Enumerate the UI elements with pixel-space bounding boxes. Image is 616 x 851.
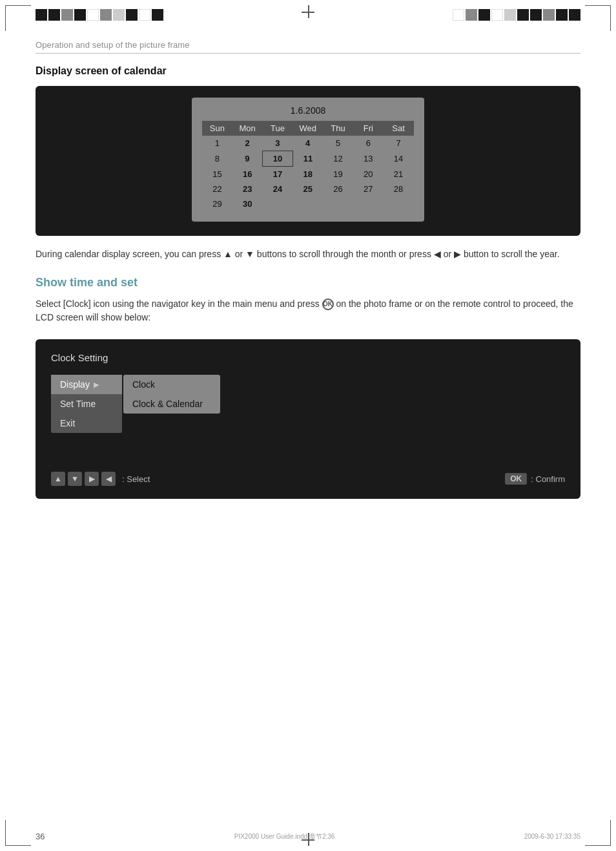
section-title-bar: Operation and setup of the picture frame bbox=[36, 39, 580, 54]
menu-item-exit[interactable]: Exit bbox=[51, 414, 122, 433]
day-tue: Tue bbox=[263, 121, 293, 136]
table-row: 8 9 10 11 12 13 14 bbox=[202, 151, 414, 167]
day-mon: Mon bbox=[232, 121, 263, 136]
calendar-screen: 1.6.2008 Sun Mon Tue Wed Thu Fri Sat bbox=[36, 86, 580, 236]
table-row: 22 23 24 25 26 27 28 bbox=[202, 182, 414, 196]
clock-section-title: Show time and set bbox=[36, 276, 580, 289]
day-sun: Sun bbox=[202, 121, 232, 136]
page-content: Operation and setup of the picture frame… bbox=[36, 39, 580, 812]
menu-item-exit-label: Exit bbox=[60, 418, 75, 428]
page-number: 36 bbox=[36, 832, 45, 841]
clock-submenu: Clock Clock & Calendar bbox=[123, 375, 220, 414]
day-thu: Thu bbox=[323, 121, 353, 136]
calendar-table: Sun Mon Tue Wed Thu Fri Sat 1 2 3 4 bbox=[202, 121, 414, 211]
day-fri: Fri bbox=[353, 121, 384, 136]
clock-bottom-bar: ▲ ▼ ▶ ◀ : Select OK : Confirm bbox=[51, 472, 565, 486]
crosshair-top bbox=[302, 5, 314, 18]
calendar-panel: 1.6.2008 Sun Mon Tue Wed Thu Fri Sat bbox=[192, 98, 424, 222]
reg-mark-tr bbox=[585, 5, 611, 31]
submenu-item-clock[interactable]: Clock bbox=[123, 375, 220, 394]
nav-label: : Select bbox=[122, 474, 150, 484]
reg-mark-bl bbox=[5, 820, 31, 846]
menu-item-display-label: Display bbox=[60, 379, 90, 390]
reg-mark-tl bbox=[5, 5, 31, 31]
menu-arrow-icon: ▶ bbox=[94, 381, 99, 389]
calendar-section-title: Display screen of calendar bbox=[36, 65, 580, 77]
table-row: 29 30 bbox=[202, 196, 414, 211]
clock-screen-title: Clock Setting bbox=[51, 352, 565, 363]
menu-item-settime[interactable]: Set Time bbox=[51, 394, 122, 414]
calendar-date: 1.6.2008 bbox=[202, 105, 414, 116]
section-title: Operation and setup of the picture frame bbox=[36, 40, 190, 50]
footer-date: 2009-6-30 17:33:35 bbox=[524, 833, 580, 840]
clock-screen: Clock Setting Display ▶ Set Time Exit Cl… bbox=[36, 339, 580, 499]
calendar-description: During calendar display screen, you can … bbox=[36, 247, 580, 262]
nav-right-btn[interactable]: ▶ bbox=[85, 472, 99, 486]
confirm-label: : Confirm bbox=[531, 474, 565, 484]
day-wed: Wed bbox=[293, 121, 323, 136]
page-footer: 36 PIX2000 User Guide.indd 章节2:36 2009-6… bbox=[36, 832, 580, 841]
reg-mark-br bbox=[585, 820, 611, 846]
nav-left-btn[interactable]: ◀ bbox=[101, 472, 116, 486]
menu-item-display[interactable]: Display ▶ bbox=[51, 375, 122, 394]
submenu-item-clock-calendar[interactable]: Clock & Calendar bbox=[123, 394, 220, 414]
strip-bar-tr bbox=[453, 9, 580, 21]
ok-btn-icon[interactable]: OK bbox=[505, 473, 527, 485]
table-row: 15 16 17 18 19 20 21 bbox=[202, 167, 414, 182]
clock-menu-left: Display ▶ Set Time Exit bbox=[51, 375, 122, 433]
day-sat: Sat bbox=[384, 121, 414, 136]
clock-description: Select [Clock] icon using the navigator … bbox=[36, 297, 580, 325]
nav-buttons: ▲ ▼ ▶ ◀ : Select bbox=[51, 472, 150, 486]
nav-down-btn[interactable]: ▼ bbox=[68, 472, 82, 486]
nav-up-btn[interactable]: ▲ bbox=[51, 472, 65, 486]
footer-filename: PIX2000 User Guide.indd 章节2:36 bbox=[234, 832, 335, 841]
table-row: 1 2 3 4 5 6 7 bbox=[202, 136, 414, 151]
clock-menu-area: Display ▶ Set Time Exit Clock Clock & Ca… bbox=[51, 375, 565, 433]
confirm-btn: OK : Confirm bbox=[505, 473, 565, 485]
menu-item-settime-label: Set Time bbox=[60, 399, 96, 409]
strip-bar-tl bbox=[36, 9, 163, 21]
